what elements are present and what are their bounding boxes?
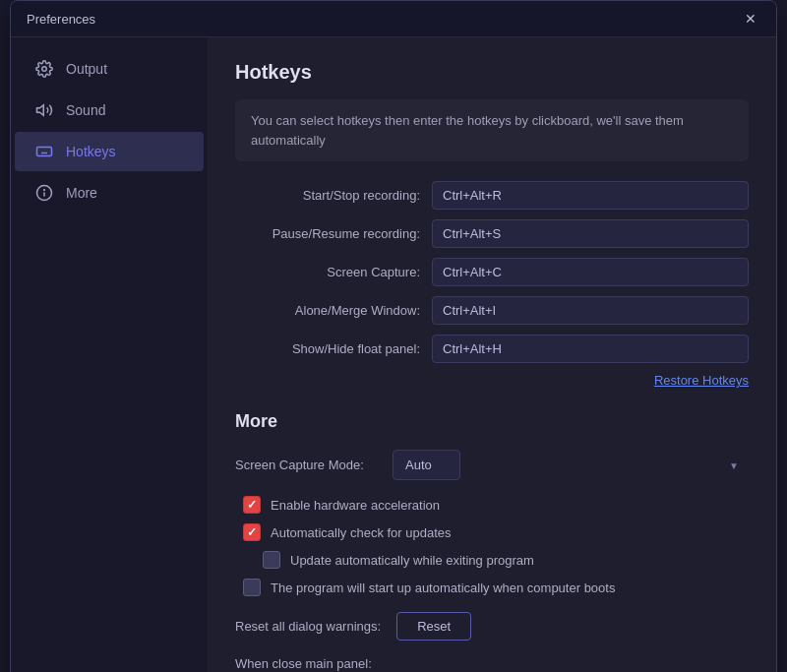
circle-dots-icon <box>34 183 54 203</box>
more-title: More <box>235 411 749 432</box>
capture-mode-select[interactable]: Auto Manual <box>393 450 460 480</box>
keyboard-icon <box>34 142 54 161</box>
close-main-panel-label: When close main panel: <box>235 656 749 671</box>
capture-mode-label: Screen Capture Mode: <box>235 458 393 472</box>
hotkey-input-2[interactable] <box>432 258 749 286</box>
svg-point-0 <box>42 67 47 72</box>
capture-mode-row: Screen Capture Mode: Auto Manual <box>235 450 749 480</box>
hotkey-label-4: Show/Hide float panel: <box>235 341 432 356</box>
checkbox-label-auto-start: The program will start up automatically … <box>271 580 615 595</box>
checkbox-label-hw-accel: Enable hardware acceleration <box>271 498 440 513</box>
svg-rect-2 <box>37 148 52 156</box>
hotkey-label-1: Pause/Resume recording: <box>235 226 432 241</box>
reset-dialog-label: Reset all dialog warnings: <box>235 619 381 634</box>
hotkeys-info: You can select hotkeys then enter the ho… <box>235 99 749 161</box>
hotkey-row-2: Screen Capture: <box>235 258 749 286</box>
sidebar-item-label-more: More <box>66 185 97 201</box>
capture-mode-select-wrapper: Auto Manual <box>393 450 749 480</box>
checkbox-row-hw-accel: ✓ Enable hardware acceleration <box>243 496 749 514</box>
sidebar-item-hotkeys[interactable]: Hotkeys <box>15 132 204 171</box>
sidebar-item-output[interactable]: Output <box>15 49 204 89</box>
svg-marker-1 <box>37 105 44 116</box>
hotkey-row-1: Pause/Resume recording: <box>235 219 749 248</box>
hotkeys-title: Hotkeys <box>235 61 749 84</box>
checkbox-auto-update[interactable]: ✓ <box>243 523 261 541</box>
checkbox-row-auto-start: The program will start up automatically … <box>243 579 749 596</box>
reset-dialog-button[interactable]: Reset <box>396 612 471 641</box>
checkmark-icon-2: ✓ <box>247 525 257 539</box>
checkmark-icon: ✓ <box>247 498 257 512</box>
hotkeys-section: Hotkeys You can select hotkeys then ente… <box>235 61 749 388</box>
sidebar-item-label-hotkeys: Hotkeys <box>66 144 116 159</box>
restore-hotkeys-link[interactable]: Restore Hotkeys <box>235 373 749 388</box>
sidebar-item-sound[interactable]: Sound <box>15 91 204 130</box>
hotkey-label-0: Start/Stop recording: <box>235 188 432 203</box>
hotkey-input-0[interactable] <box>432 181 749 210</box>
title-bar: Preferences ✕ <box>11 1 776 37</box>
checkbox-row-auto-update: ✓ Automatically check for updates <box>243 523 749 541</box>
gear-icon <box>34 59 54 79</box>
reset-dialog-row: Reset all dialog warnings: Reset <box>235 612 749 641</box>
checkbox-label-auto-exit: Update automatically while exiting progr… <box>290 553 534 568</box>
hotkey-input-3[interactable] <box>432 296 749 325</box>
sidebar-item-label-sound: Sound <box>66 102 105 118</box>
preferences-dialog: Preferences ✕ Output <box>10 0 777 672</box>
dialog-title: Preferences <box>27 12 95 27</box>
hotkey-input-1[interactable] <box>432 219 749 248</box>
hotkey-input-4[interactable] <box>432 335 749 363</box>
checkbox-auto-start[interactable] <box>243 579 261 596</box>
hotkey-row-3: Alone/Merge Window: <box>235 296 749 325</box>
checkbox-auto-exit[interactable] <box>263 551 280 569</box>
hotkey-label-2: Screen Capture: <box>235 265 432 279</box>
hotkey-label-3: Alone/Merge Window: <box>235 303 432 318</box>
checkbox-label-auto-update: Automatically check for updates <box>271 525 452 540</box>
hotkey-row-0: Start/Stop recording: <box>235 181 749 210</box>
sidebar: Output Sound Hotkeys <box>11 37 208 672</box>
checkbox-hw-accel[interactable]: ✓ <box>243 496 261 514</box>
more-section: More Screen Capture Mode: Auto Manual ✓ <box>235 411 749 672</box>
speaker-icon <box>34 100 54 120</box>
hotkey-row-4: Show/Hide float panel: <box>235 335 749 363</box>
close-button[interactable]: ✕ <box>741 9 760 29</box>
sidebar-item-label-output: Output <box>66 61 107 77</box>
dialog-body: Output Sound Hotkeys <box>11 37 776 672</box>
main-content: Hotkeys You can select hotkeys then ente… <box>208 37 776 672</box>
checkbox-row-auto-exit: Update automatically while exiting progr… <box>263 551 749 569</box>
sidebar-item-more[interactable]: More <box>15 173 204 213</box>
